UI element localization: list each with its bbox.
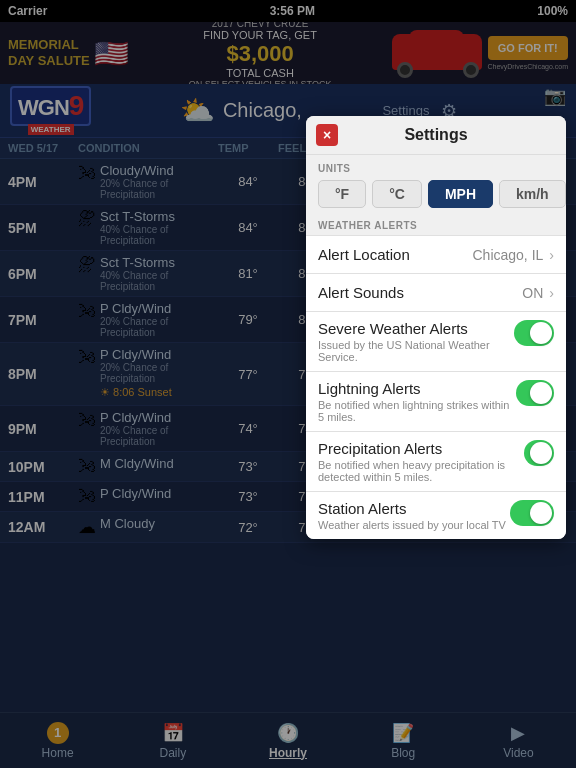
lightning-toggle-knob — [530, 382, 552, 404]
severe-weather-toggle[interactable] — [514, 320, 554, 346]
settings-panel: × Settings UNITS °F °C MPH km/h WEATHER … — [306, 116, 566, 539]
alert-location-label: Alert Location — [318, 246, 410, 263]
settings-close-button[interactable]: × — [316, 124, 338, 146]
alert-sounds-value-area: ON › — [522, 285, 554, 301]
precipitation-desc: Be notified when heavy precipitation is … — [318, 459, 524, 483]
alert-location-value-area: Chicago, IL › — [473, 247, 555, 263]
severe-weather-inner: Severe Weather Alerts Issued by the US N… — [318, 320, 554, 363]
precipitation-toggle[interactable] — [524, 440, 554, 466]
units-section: UNITS °F °C MPH km/h — [306, 155, 566, 212]
alert-location-row[interactable]: Alert Location Chicago, IL › — [306, 235, 566, 273]
station-row: Station Alerts Weather alerts issued by … — [306, 491, 566, 539]
precipitation-text: Precipitation Alerts Be notified when he… — [318, 440, 524, 483]
severe-weather-toggle-knob — [530, 322, 552, 344]
alert-sounds-chevron-icon: › — [549, 285, 554, 301]
station-toggle[interactable] — [510, 500, 554, 526]
precipitation-toggle-knob — [530, 442, 552, 464]
units-label: UNITS — [318, 163, 554, 174]
lightning-label: Lightning Alerts — [318, 380, 516, 397]
station-toggle-knob — [530, 502, 552, 524]
severe-weather-text: Severe Weather Alerts Issued by the US N… — [318, 320, 514, 363]
unit-mph-button[interactable]: MPH — [428, 180, 493, 208]
lightning-row: Lightning Alerts Be notified when lightn… — [306, 371, 566, 431]
units-buttons: °F °C MPH km/h — [318, 180, 554, 208]
precipitation-row: Precipitation Alerts Be notified when he… — [306, 431, 566, 491]
alert-sounds-row[interactable]: Alert Sounds ON › — [306, 273, 566, 311]
settings-title: Settings — [404, 126, 467, 144]
alert-sounds-label: Alert Sounds — [318, 284, 404, 301]
lightning-inner: Lightning Alerts Be notified when lightn… — [318, 380, 554, 423]
station-inner: Station Alerts Weather alerts issued by … — [318, 500, 554, 531]
station-desc: Weather alerts issued by your local TV — [318, 519, 506, 531]
settings-title-bar: × Settings — [306, 116, 566, 155]
precipitation-label: Precipitation Alerts — [318, 440, 524, 457]
station-label: Station Alerts — [318, 500, 506, 517]
alert-location-value: Chicago, IL — [473, 247, 544, 263]
weather-alerts-label: WEATHER ALERTS — [306, 212, 566, 235]
lightning-toggle[interactable] — [516, 380, 554, 406]
station-text: Station Alerts Weather alerts issued by … — [318, 500, 506, 531]
unit-fahrenheit-button[interactable]: °F — [318, 180, 366, 208]
severe-weather-row: Severe Weather Alerts Issued by the US N… — [306, 311, 566, 371]
severe-weather-label: Severe Weather Alerts — [318, 320, 514, 337]
lightning-desc: Be notified when lightning strikes withi… — [318, 399, 516, 423]
chevron-right-icon: › — [549, 247, 554, 263]
alert-sounds-value: ON — [522, 285, 543, 301]
unit-kmh-button[interactable]: km/h — [499, 180, 566, 208]
severe-weather-desc: Issued by the US National Weather Servic… — [318, 339, 514, 363]
lightning-text: Lightning Alerts Be notified when lightn… — [318, 380, 516, 423]
precipitation-inner: Precipitation Alerts Be notified when he… — [318, 440, 554, 483]
unit-celsius-button[interactable]: °C — [372, 180, 422, 208]
